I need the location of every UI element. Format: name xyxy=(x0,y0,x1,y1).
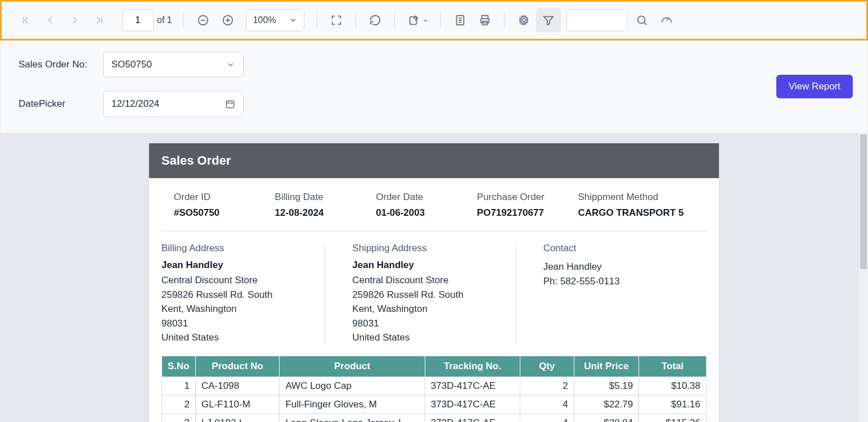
shipping-line: 98031 xyxy=(352,316,498,331)
report-canvas: Sales Order Order ID #SO50750 Billing Da… xyxy=(0,133,868,422)
print-icon xyxy=(479,14,491,26)
search-input[interactable] xyxy=(566,9,627,31)
scrollbar-thumb[interactable] xyxy=(860,134,867,269)
calendar-icon xyxy=(225,99,235,109)
cell-unit-price: $28.84 xyxy=(574,414,639,422)
col-qty: Qty xyxy=(520,356,574,377)
parameters-panel: Sales Order No: SO50750 DatePicker 12/12… xyxy=(0,40,868,133)
billing-name: Jean Handley xyxy=(161,260,308,271)
page-number-input[interactable] xyxy=(122,9,154,31)
cell-total: $91.16 xyxy=(639,395,707,414)
col-tracking: Tracking No. xyxy=(425,356,520,377)
po-label: Purchase Order xyxy=(477,192,578,203)
parameters-button[interactable] xyxy=(511,8,536,33)
filter-icon xyxy=(542,14,555,26)
cell-product: Long-Sleeve Logo Jersey, L xyxy=(280,414,425,422)
order-id-label: Order ID xyxy=(174,192,275,203)
items-table: S.No Product No Product Tracking No. Qty… xyxy=(161,356,707,423)
page-setup-button[interactable] xyxy=(448,8,473,33)
cell-qty: 4 xyxy=(520,395,574,414)
next-page-button[interactable] xyxy=(62,8,87,33)
cell-product-no: CA-1098 xyxy=(195,376,279,395)
address-row: Billing Address Jean Handley Central Dis… xyxy=(161,232,707,356)
separator xyxy=(394,13,395,28)
contact-title: Contact xyxy=(543,243,690,254)
shipping-line: Central Discount Store xyxy=(352,273,498,288)
chevron-right-icon xyxy=(69,14,81,26)
shipping-line: United States xyxy=(352,330,498,345)
cell-sno: 1 xyxy=(162,376,196,395)
search-button[interactable] xyxy=(629,8,654,33)
shipping-address-title: Shipping Address xyxy=(352,243,498,254)
col-unit-price: Unit Price xyxy=(574,356,639,377)
table-row: 3LJ-0192-LLong-Sleeve Logo Jersey, L373D… xyxy=(162,414,707,422)
order-date-value: 01-06-2003 xyxy=(376,207,477,219)
zoom-in-button[interactable] xyxy=(215,8,240,33)
billing-line: 259826 Russell Rd. South xyxy=(161,288,308,302)
billing-line: Kent, Washington xyxy=(161,302,308,316)
gauge-icon xyxy=(660,14,673,26)
zoom-out-button[interactable] xyxy=(191,8,215,33)
separator xyxy=(440,13,441,28)
cell-unit-price: $22.79 xyxy=(574,395,639,414)
cell-product: Full-Finger Gloves, M xyxy=(280,395,425,414)
separator xyxy=(183,13,184,28)
chevron-left-icon xyxy=(44,14,56,26)
report-page: Sales Order Order ID #SO50750 Billing Da… xyxy=(149,143,719,422)
chevron-down-icon xyxy=(289,16,297,24)
billing-line: 98031 xyxy=(161,316,308,331)
report-toolbar: of 1 100% xyxy=(0,0,868,40)
summary-row: Order ID #SO50750 Billing Date 12-08-202… xyxy=(161,178,707,232)
last-page-icon xyxy=(93,14,106,26)
ship-method-value: CARGO TRANSPORT 5 xyxy=(578,207,694,219)
expand-icon xyxy=(330,14,343,26)
shipping-line: 259826 Russell Rd. South xyxy=(352,288,498,302)
print-button[interactable] xyxy=(473,8,497,33)
separator xyxy=(504,13,505,28)
performance-button[interactable] xyxy=(654,8,679,33)
po-value: PO7192170677 xyxy=(477,207,578,219)
order-id-value: #SO50750 xyxy=(174,207,275,219)
document-icon xyxy=(454,14,466,26)
prev-page-button[interactable] xyxy=(38,8,62,33)
svg-point-7 xyxy=(637,16,645,24)
ship-method-label: Shippment Method xyxy=(578,192,694,203)
billing-address-title: Billing Address xyxy=(161,243,308,254)
minus-circle-icon xyxy=(197,14,209,26)
refresh-button[interactable] xyxy=(363,8,388,33)
fullscreen-button[interactable] xyxy=(324,8,349,33)
contact-phone: Ph: 582-555-0113 xyxy=(543,274,690,289)
separator xyxy=(356,13,356,28)
last-page-button[interactable] xyxy=(87,8,112,33)
sales-order-label: Sales Order No: xyxy=(19,59,103,70)
cell-total: $115.36 xyxy=(639,414,707,422)
first-page-button[interactable] xyxy=(13,8,38,33)
date-label: DatePicker xyxy=(19,98,103,110)
cell-product-no: LJ-0192-L xyxy=(195,414,279,422)
date-value: 12/12/2024 xyxy=(111,98,159,110)
cell-product: AWC Logo Cap xyxy=(280,376,425,395)
svg-point-6 xyxy=(521,19,525,22)
zoom-select[interactable]: 100% xyxy=(246,9,304,31)
billing-line: United States xyxy=(161,330,308,345)
cell-tracking: 373D-417C-AE xyxy=(425,414,520,422)
filter-button[interactable] xyxy=(536,8,561,33)
cell-sno: 2 xyxy=(162,395,196,414)
table-row: 1CA-1098AWC Logo Cap373D-417C-AE2$5.19$1… xyxy=(162,376,707,395)
col-product: Product xyxy=(280,356,425,377)
billing-date-label: Billing Date xyxy=(275,192,376,203)
zoom-value: 100% xyxy=(253,15,276,25)
shipping-name: Jean Handley xyxy=(352,260,498,271)
separator xyxy=(317,13,317,28)
cell-qty: 4 xyxy=(520,414,574,422)
scrollbar[interactable] xyxy=(859,133,868,422)
cell-product-no: GL-F110-M xyxy=(195,395,279,414)
svg-rect-8 xyxy=(226,101,234,108)
sales-order-value: SO50750 xyxy=(111,59,152,70)
view-report-button[interactable]: View Report xyxy=(776,75,853,98)
date-picker[interactable]: 12/12/2024 xyxy=(103,91,244,117)
cell-tracking: 373D-417C-AE xyxy=(425,395,520,414)
sales-order-dropdown[interactable]: SO50750 xyxy=(103,52,244,78)
cell-total: $10.38 xyxy=(639,376,707,395)
shipping-line: Kent, Washington xyxy=(352,302,498,316)
